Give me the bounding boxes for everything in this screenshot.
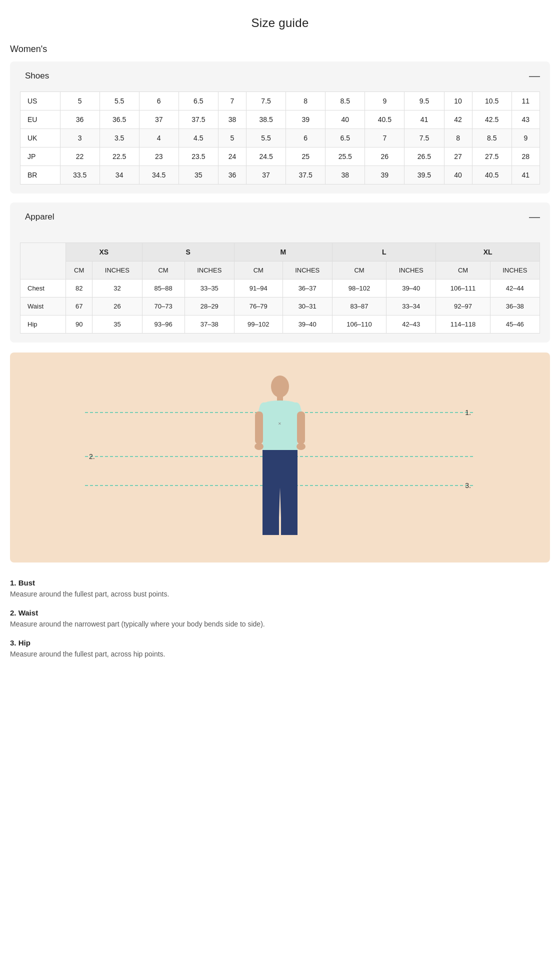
shoes-cell: 41 (404, 110, 444, 129)
shoes-cell: 8 (444, 129, 472, 148)
shoes-cell: 40 (444, 166, 472, 184)
shoes-row-label: EU (20, 110, 60, 129)
apparel-size-header: S (142, 243, 234, 262)
shoes-cell: 3 (60, 129, 100, 148)
apparel-size-header: L (332, 243, 436, 262)
shoes-cell: 41 (512, 166, 540, 184)
shoes-header-cell: 7.5 (246, 92, 286, 110)
svg-rect-8 (297, 412, 305, 444)
shoes-cell: 37 (246, 166, 286, 184)
apparel-cell: 70–73 (142, 298, 184, 316)
apparel-cell: 90 (66, 316, 92, 334)
shoes-cell: 7.5 (404, 129, 444, 148)
shoes-cell: 28 (512, 148, 540, 166)
shoes-cell: 25.5 (326, 148, 365, 166)
shoes-cell: 8.5 (472, 129, 512, 148)
shoes-cell: 43 (512, 110, 540, 129)
shoes-cell: 25 (286, 148, 326, 166)
shoes-cell: 3.5 (100, 129, 139, 148)
shoes-cell: 24.5 (246, 148, 286, 166)
apparel-cell: 30–31 (282, 298, 332, 316)
apparel-table: XSSMLXL CMINCHESCMINCHESCMINCHESCMINCHES… (20, 242, 540, 334)
shoes-cell: 38 (218, 110, 246, 129)
shoes-cell: 24 (218, 148, 246, 166)
shoes-cell: 37 (139, 110, 178, 129)
apparel-corner (20, 243, 66, 280)
apparel-size-row: XSSMLXL (20, 243, 540, 262)
svg-rect-5 (262, 515, 279, 535)
shoes-cell: 36.5 (100, 110, 139, 129)
apparel-unit-header: INCHES (92, 262, 142, 280)
apparel-cell: 37–38 (184, 316, 234, 334)
shoes-cell: 38 (326, 166, 365, 184)
svg-rect-6 (281, 515, 298, 535)
shoes-header-cell: 5.5 (100, 92, 139, 110)
shoes-cell: 27.5 (472, 148, 512, 166)
shoes-cell: 4 (139, 129, 178, 148)
shoes-cell: 23 (139, 148, 178, 166)
apparel-label: Apparel (20, 212, 54, 222)
shoes-cell: 33.5 (60, 166, 100, 184)
womens-label: Women's (10, 44, 550, 54)
apparel-cell: 39–40 (386, 280, 436, 298)
desc-text: Measure around the fullest part, across … (10, 649, 550, 660)
shoes-cell: 42.5 (472, 110, 512, 129)
shoes-cell: 37.5 (286, 166, 326, 184)
apparel-cell: 91–94 (234, 280, 282, 298)
shoes-cell: 5.5 (246, 129, 286, 148)
apparel-size-header: XL (436, 243, 540, 262)
shoes-cell: 37.5 (178, 110, 218, 129)
apparel-row-label: Waist (20, 298, 66, 316)
svg-point-10 (296, 443, 306, 450)
shoes-cell: 34 (100, 166, 139, 184)
apparel-unit-header: INCHES (184, 262, 234, 280)
apparel-section-header[interactable]: Apparel — (20, 212, 540, 222)
shoes-cell: 26 (365, 148, 404, 166)
apparel-unit-header: INCHES (386, 262, 436, 280)
shoes-cell: 7 (365, 129, 404, 148)
apparel-cell: 82 (66, 280, 92, 298)
apparel-cell: 45–46 (490, 316, 540, 334)
shoes-header-cell: 5 (60, 92, 100, 110)
shoes-cell: 40.5 (365, 110, 404, 129)
desc-item: 2. WaistMeasure around the narrowest par… (10, 608, 550, 630)
shoes-header-cell: 10 (444, 92, 472, 110)
apparel-cell: 98–102 (332, 280, 386, 298)
apparel-unit-header: CM (66, 262, 92, 280)
shoes-row-label: JP (20, 148, 60, 166)
shoes-cell: 35 (178, 166, 218, 184)
shoes-section: Shoes — US55.566.577.588.599.51010.511 E… (10, 62, 550, 194)
shoes-row-label: US (20, 92, 60, 110)
shoes-cell: 27 (444, 148, 472, 166)
shoes-header-cell: 8 (286, 92, 326, 110)
shoes-header-cell: 10.5 (472, 92, 512, 110)
apparel-cell: 99–102 (234, 316, 282, 334)
apparel-cell: 76–79 (234, 298, 282, 316)
shoes-cell: 36 (218, 166, 246, 184)
descriptions-section: 1. BustMeasure around the fullest part, … (10, 574, 550, 678)
person-figure: ✕ (250, 372, 310, 542)
shoes-cell: 6.5 (326, 129, 365, 148)
desc-text: Measure around the fullest part, across … (10, 589, 550, 600)
shoes-table-row: BR33.53434.535363737.5383939.54040.541 (20, 166, 540, 184)
apparel-body: Chest823285–8833–3591–9436–3798–10239–40… (20, 280, 540, 334)
apparel-table-row: Waist672670–7328–2976–7930–3183–8733–349… (20, 298, 540, 316)
shoes-cell: 6 (286, 129, 326, 148)
apparel-unit-header: CM (436, 262, 490, 280)
desc-item: 3. HipMeasure around the fullest part, a… (10, 638, 550, 660)
apparel-unit-header: INCHES (282, 262, 332, 280)
svg-point-3 (271, 376, 289, 398)
shoes-cell: 38.5 (246, 110, 286, 129)
shoes-header-cell: 8.5 (326, 92, 365, 110)
shoes-section-header[interactable]: Shoes — (20, 70, 540, 82)
apparel-table-row: Chest823285–8833–3591–9436–3798–10239–40… (20, 280, 540, 298)
apparel-size-header: M (234, 243, 332, 262)
shoes-label: Shoes (20, 71, 49, 81)
svg-text:✕: ✕ (278, 422, 282, 426)
apparel-cell: 42–43 (386, 316, 436, 334)
shoes-cell: 5 (218, 129, 246, 148)
apparel-section: Apparel — XSSMLXL CMINCHESCMINCHESCMINCH… (10, 202, 550, 342)
apparel-cell: 93–96 (142, 316, 184, 334)
apparel-cell: 106–110 (332, 316, 386, 334)
apparel-cell: 83–87 (332, 298, 386, 316)
